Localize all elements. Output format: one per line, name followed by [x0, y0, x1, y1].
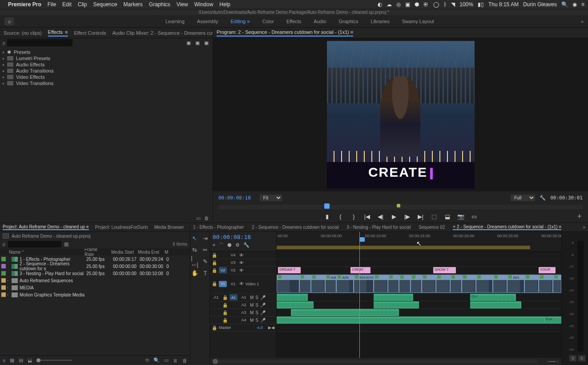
step-back-button[interactable]: ◀|	[377, 213, 384, 220]
type-tool[interactable]: T	[202, 269, 209, 276]
lock-icon[interactable]: 🔒	[212, 281, 217, 286]
user-name[interactable]: Durin Gleaves	[523, 1, 557, 8]
ws-audio[interactable]: Audio	[314, 19, 326, 24]
mark-clip-button[interactable]: }	[350, 213, 358, 220]
snap-icon[interactable]: ⌖	[213, 242, 215, 249]
tab-source[interactable]: Source: (no clips)	[4, 30, 42, 36]
program-monitor[interactable]: CREATE	[213, 38, 588, 191]
track-row[interactable]: Con	[277, 294, 561, 301]
lock-icon[interactable]: 🔒	[212, 253, 217, 258]
menu-sequence[interactable]: Sequence	[93, 1, 117, 8]
clip[interactable]: A013C034	[354, 275, 374, 293]
track-row[interactable]	[277, 251, 561, 259]
lock-icon[interactable]: 🔒	[222, 295, 228, 300]
col-name[interactable]: Name ˄	[7, 250, 83, 255]
cc-icon2[interactable]: ▣	[405, 1, 410, 8]
solo-icon[interactable]: S	[255, 310, 258, 315]
menu-edit[interactable]: Edit	[62, 1, 72, 8]
clip[interactable]: A00	[336, 275, 353, 293]
cloud-icon[interactable]: ☁	[387, 1, 392, 8]
clip[interactable]	[277, 275, 299, 293]
battery-pct[interactable]: 100%	[459, 1, 473, 8]
project-row[interactable]: ›Motion Graphics Template Media	[0, 291, 190, 298]
work-area-bar[interactable]	[277, 246, 530, 249]
zoom-select[interactable]: Fit	[260, 195, 282, 201]
zoom-slider[interactable]	[36, 360, 72, 361]
clip[interactable]	[462, 275, 476, 293]
wifi-icon[interactable]: ◥	[451, 1, 455, 8]
clip[interactable]	[436, 275, 450, 293]
menu-file[interactable]: File	[48, 1, 56, 8]
ws-graphics[interactable]: Graphics	[339, 19, 358, 24]
voice-icon[interactable]: 🎤	[260, 310, 266, 315]
lock-icon[interactable]: 🔒	[212, 268, 217, 273]
timeline-hscroll[interactable]	[213, 360, 538, 363]
find-button[interactable]: 🔍	[153, 357, 160, 363]
track-row[interactable]: Con	[277, 316, 561, 324]
timeline-zoom-handle[interactable]: ○━━○	[547, 359, 559, 365]
timeline-ruler[interactable]: :00:0000:00:05:0000:00:10:0000:00:15:000…	[277, 232, 561, 251]
battery-icon[interactable]: ▮▯	[478, 1, 484, 8]
menu-view[interactable]: View	[177, 1, 188, 8]
toggle-output-icon[interactable]: 👁	[239, 253, 244, 258]
playhead[interactable]	[324, 203, 330, 209]
track-header[interactable]: 🔒A4MS🎤	[210, 316, 276, 324]
timeline-tab[interactable]: 3 - Nesting - Play Hard for social	[346, 225, 411, 230]
tree-presets[interactable]: ▸✱Presets	[3, 49, 210, 55]
clip[interactable]: SHOW T	[433, 267, 456, 273]
clip[interactable]	[553, 275, 561, 293]
voice-icon[interactable]: 🎤	[260, 295, 266, 300]
clip[interactable]	[399, 275, 411, 293]
siri-icon[interactable]: ◉	[572, 1, 577, 8]
clip[interactable]	[374, 294, 414, 301]
toggle-output-icon[interactable]: 👁	[239, 260, 244, 265]
clip[interactable]: A00	[325, 275, 337, 293]
lock-icon[interactable]: 🔒	[222, 303, 228, 308]
tree-audio-effects[interactable]: ▸Audio Effects	[3, 61, 210, 68]
tree-lumetri[interactable]: ▸Lumetri Presets	[3, 55, 210, 61]
circle-icon[interactable]: ◯	[433, 1, 439, 8]
step-fwd-button[interactable]: |▶	[404, 213, 411, 220]
ws-assembly[interactable]: Assembly	[197, 19, 218, 24]
voice-icon[interactable]: 🎤	[260, 303, 266, 308]
pen-tool[interactable]: ✎	[202, 258, 209, 265]
menu-window[interactable]: Window	[194, 1, 213, 8]
play-button[interactable]: ▶	[391, 213, 398, 220]
trash-icon[interactable]: 🗑	[204, 215, 209, 221]
clip[interactable]	[374, 275, 388, 293]
bluetooth-icon[interactable]: ᛒ	[443, 1, 447, 8]
filter-bin-icon[interactable]: ▥	[64, 241, 68, 247]
clip[interactable]	[493, 275, 507, 293]
spotlight-icon[interactable]: 🔍	[561, 1, 568, 8]
new-bin-icon[interactable]: ▭	[196, 215, 201, 221]
tab-effect-controls[interactable]: Effect Controls	[74, 30, 106, 36]
lock-icon[interactable]: 🔒	[212, 325, 217, 330]
col-mediaend[interactable]: Media End	[136, 250, 163, 255]
clip[interactable]	[277, 294, 308, 301]
solo-icon[interactable]: S	[255, 318, 258, 323]
goto-out-button[interactable]: ▶|	[417, 213, 424, 220]
hand-tool[interactable]: ✋	[191, 269, 198, 276]
preset-badge-icon[interactable]: ▣	[185, 40, 192, 46]
new-item-button[interactable]: 🗎	[173, 358, 178, 363]
program-timecode-left[interactable]: 00:00:08:18	[218, 195, 251, 201]
timeline-tab[interactable]: × 2 - Sequence - Dreamers cutdown for so…	[453, 224, 561, 230]
new-bin-button[interactable]: ▭	[164, 357, 169, 363]
toggle-output-icon[interactable]: 👁	[239, 281, 244, 286]
timeline-overflow-icon[interactable]: »	[583, 225, 585, 230]
project-tab-1[interactable]: Project: LoudnessForDurin	[95, 225, 148, 230]
status-icon[interactable]: ◐	[378, 1, 382, 8]
clip[interactable]	[388, 275, 399, 293]
track-header[interactable]: 🔒V3👁	[210, 259, 276, 267]
clip[interactable]: Con	[544, 316, 561, 324]
icon-view-button[interactable]: ▦	[10, 357, 14, 363]
clip[interactable]: YOUR	[539, 267, 556, 273]
menu-help[interactable]: Help	[219, 1, 230, 8]
clip[interactable]	[450, 275, 462, 293]
notifications-icon[interactable]: ≡	[581, 1, 584, 8]
voice-icon[interactable]: 🎤	[260, 318, 266, 323]
clip[interactable]	[422, 275, 436, 293]
cc-icon[interactable]: ◎	[396, 1, 401, 8]
clip[interactable]: A01	[507, 275, 524, 293]
timeline-tab[interactable]: 1 - Effects - Photographer	[193, 225, 244, 230]
